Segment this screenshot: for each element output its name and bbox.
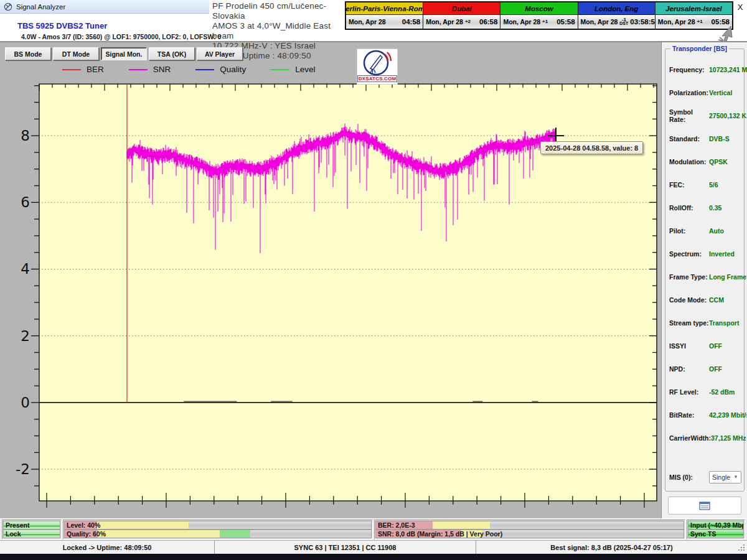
tab-signal-mon[interactable]: Signal Mon. bbox=[101, 47, 147, 60]
world-clock-panel: Berlin-Paris-Vienna-Roma Mon, Apr 28 04:… bbox=[345, 1, 733, 30]
clock-time: 06:58 bbox=[479, 18, 497, 26]
tp-value-code-mode: CCM bbox=[709, 296, 724, 304]
tp-value-frequency: 10723,241 MHz bbox=[709, 66, 747, 73]
dxsatcs-logo: DXSATCS.COM bbox=[357, 49, 398, 85]
ber-line-swatch bbox=[62, 69, 81, 70]
resize-grip[interactable] bbox=[738, 543, 746, 554]
mis-label: MIS (0): bbox=[669, 474, 709, 481]
clock-date: Mon, Apr 28 bbox=[658, 18, 695, 26]
clock-moscow: Moscow Mon, Apr 28 +1 05:58 bbox=[500, 2, 578, 29]
level-line-swatch bbox=[271, 69, 289, 70]
clock-city-label: London, Eng bbox=[578, 2, 655, 15]
legend-snr: SNR bbox=[129, 65, 171, 74]
tp-value-rf-level: -52 dBm bbox=[709, 388, 735, 396]
tp-label-rf-level: RF Level: bbox=[669, 388, 709, 396]
clock-time: 05:58 bbox=[557, 18, 575, 26]
quality-progressbar: Quality: 60% bbox=[64, 530, 372, 538]
clock-city-label: Dubai bbox=[423, 2, 500, 15]
clock-date: Mon, Apr 28 bbox=[581, 18, 618, 26]
close-icon[interactable]: X bbox=[735, 2, 746, 14]
level-progressbar: Level: 40% bbox=[64, 521, 372, 530]
tuner-config: 4.0W - Amos 3/7 (ID: 3560) @ LOF1: 97500… bbox=[21, 33, 221, 40]
sync-ts-indicator: Sync TS bbox=[688, 530, 744, 538]
tp-label-code-mode: Code Mode: bbox=[669, 296, 709, 304]
tp-value-issyi: OFF bbox=[709, 342, 722, 350]
stream-list-button[interactable] bbox=[668, 497, 741, 515]
tp-value-npd: OFF bbox=[709, 365, 722, 373]
signal-analyzer-window: Signal Analyzer TBS 5925 DVBS2 Tuner 4.0… bbox=[0, 0, 747, 560]
tp-value-polarization: Vertical bbox=[709, 89, 732, 96]
status-uptime: Locked -> Uptime: 48:09:50 bbox=[0, 541, 215, 554]
quality-line-swatch bbox=[195, 69, 214, 70]
tab-bs-mode[interactable]: BS Mode bbox=[5, 47, 51, 60]
tp-label-frequency: Frequency: bbox=[669, 66, 709, 73]
svg-text:0: 0 bbox=[21, 394, 30, 411]
clock-date: Mon, Apr 28 bbox=[349, 18, 386, 26]
present-indicator: Present bbox=[3, 521, 60, 530]
tab-tsa[interactable]: TSA (OK) bbox=[149, 47, 195, 60]
window-titlebar: Signal Analyzer bbox=[0, 0, 209, 14]
list-icon bbox=[699, 502, 710, 510]
signal-chart[interactable]: 86420-2 bbox=[0, 62, 660, 518]
status-bar: Locked -> Uptime: 48:09:50 SYNC 63 | TEI… bbox=[0, 540, 747, 554]
clock-city-label: Berlin-Paris-Vienna-Roma bbox=[346, 2, 423, 15]
clock-date: Mon, Apr 28 bbox=[426, 18, 463, 26]
clock-time: 03:58:58 bbox=[630, 18, 659, 26]
tp-label-polarization: Polarization: bbox=[669, 89, 709, 96]
tp-label-spectrum: Spectrum: bbox=[669, 250, 709, 258]
bottom-edge bbox=[0, 554, 747, 560]
tp-label-modulation: Modulation: bbox=[669, 158, 709, 166]
svg-text:2: 2 bbox=[21, 328, 30, 344]
tp-value-standard: DVB-S bbox=[709, 135, 730, 142]
mis-select[interactable]: Single ▼ bbox=[709, 471, 741, 483]
feed-line-2: AMOS 3 at 4,0°W_Middle East beam bbox=[212, 21, 346, 41]
svg-text:4: 4 bbox=[21, 261, 30, 277]
lock-indicator: Lock bbox=[3, 530, 60, 538]
tp-label-standard: Standard: bbox=[669, 135, 709, 142]
chart-tooltip: 2025-04-28 04.58.58, value: 8 bbox=[540, 141, 643, 154]
tp-label-npd: NPD: bbox=[669, 365, 709, 373]
snr-line-swatch bbox=[129, 69, 148, 70]
chevron-down-icon: ▼ bbox=[733, 474, 738, 480]
tp-label-symbol-rate: Symbol Rate: bbox=[669, 108, 709, 123]
window-title: Signal Analyzer bbox=[16, 3, 65, 11]
clock-city-label: Jerusalem-Israel bbox=[655, 2, 732, 15]
tp-value-spectrum: Inverted bbox=[709, 250, 735, 258]
tp-value-fec: 5/6 bbox=[709, 181, 718, 189]
tuner-name: TBS 5925 DVBS2 Tuner bbox=[17, 21, 107, 30]
clock-london: London, Eng Mon, Apr 28 -1DST 03:58:58 bbox=[578, 2, 655, 29]
transponder-title: Transponder [BS] bbox=[670, 45, 729, 52]
legend-ber: BER bbox=[62, 65, 104, 74]
clock-berlin: Berlin-Paris-Vienna-Roma Mon, Apr 28 04:… bbox=[346, 2, 423, 29]
svg-text:6: 6 bbox=[21, 194, 30, 210]
snr-progressbar: SNR: 8,0 dB (Margin: 1,5 dB | Very Poor) bbox=[375, 530, 684, 538]
feed-line-1: PF Prodelin 450 cm/Lučenec-Slovakia bbox=[212, 1, 346, 21]
dxsatcs-dish-icon bbox=[362, 49, 393, 77]
tab-av-player[interactable]: AV Player bbox=[197, 47, 243, 60]
transponder-groupbox: Transponder [BS] Frequency:10723,241 MHz… bbox=[665, 49, 745, 492]
ber-progressbar: BER: 2,0E-3 bbox=[375, 521, 684, 530]
signal-bars-zone: Present Lock Level: 40% Quality: 60% BER… bbox=[0, 518, 747, 540]
tp-value-stream-type: Transport bbox=[709, 319, 739, 327]
status-best-signal: Best signal: 8,3 dB (2025-04-27 05:17) bbox=[476, 541, 747, 554]
tp-label-issyi: ISSYI bbox=[669, 342, 709, 350]
tab-dt-mode[interactable]: DT Mode bbox=[53, 47, 99, 60]
clock-date: Mon, Apr 28 bbox=[503, 18, 540, 26]
tp-label-pilot: Pilot: bbox=[669, 227, 709, 235]
legend-level: Level bbox=[271, 65, 315, 74]
tp-label-fec: FEC: bbox=[669, 181, 709, 189]
clock-city-label: Moscow bbox=[500, 2, 577, 15]
tp-label-frame-type: Frame Type: bbox=[669, 273, 709, 281]
app-dish-icon bbox=[4, 2, 12, 11]
mode-tabs: BS Mode DT Mode Signal Mon. TSA (OK) AV … bbox=[5, 47, 243, 60]
svg-text:8: 8 bbox=[21, 128, 30, 144]
tp-value-bitrate: 42,239 Mbit/s bbox=[709, 411, 747, 419]
tp-value-pilot: Auto bbox=[709, 227, 724, 235]
top-band: Signal Analyzer TBS 5925 DVBS2 Tuner 4.0… bbox=[0, 0, 747, 42]
tp-value-symbol-rate: 27500,132 KS/s bbox=[709, 112, 747, 119]
tp-value-modulation: QPSK bbox=[709, 158, 728, 166]
svg-text:-2: -2 bbox=[16, 461, 30, 477]
tp-value-rolloff: 0.35 bbox=[709, 204, 721, 212]
tp-label-stream-type: Stream type: bbox=[669, 319, 709, 327]
chart-legend: BER SNR Quality Level bbox=[62, 65, 316, 74]
